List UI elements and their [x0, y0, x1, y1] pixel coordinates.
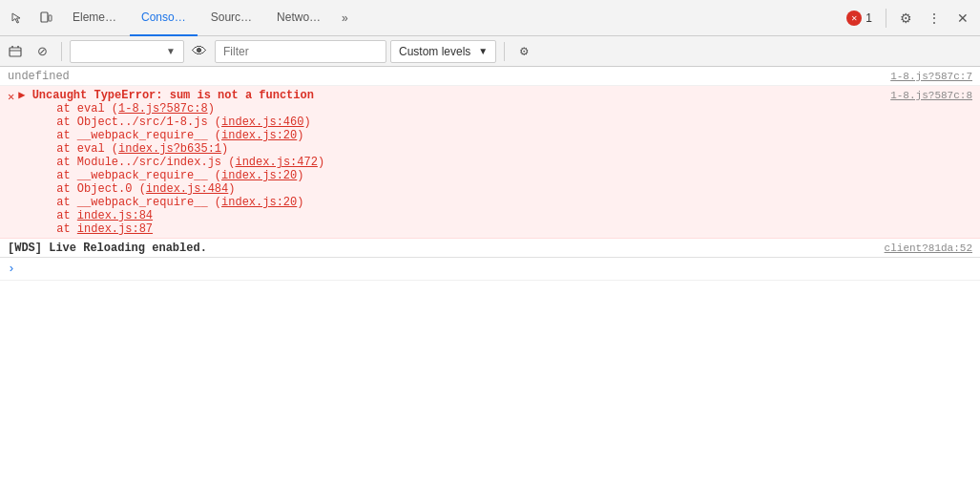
stack-line-0: at eval (1-8.js?587c:8) [56, 102, 875, 116]
console-output: undefined 1-8.js?587c:7 ✕ ▶ Uncaught Typ… [0, 67, 980, 485]
context-selector[interactable]: ▼ [70, 40, 184, 63]
stack-link-8[interactable]: index.js:84 [77, 209, 153, 222]
error-content: ▶ Uncaught TypeError: sum is not a funct… [18, 88, 875, 236]
cursor-icon[interactable] [4, 5, 31, 32]
stack-line-7: at __webpack_require__ (index.js:20) [56, 196, 875, 209]
error-stack: at eval (1-8.js?587c:8) at Object../src/… [18, 102, 875, 236]
error-count: 1 [865, 11, 872, 25]
console-prompt-row[interactable]: › [0, 258, 980, 281]
console-settings-button[interactable]: ⚙ [512, 40, 535, 63]
tab-console[interactable]: Conso… [130, 0, 198, 36]
dropdown-arrow-icon: ▼ [166, 46, 176, 56]
block-icon-button[interactable]: ⊘ [31, 40, 53, 63]
wds-link[interactable]: client?81da:52 [869, 241, 972, 254]
svg-rect-1 [49, 15, 52, 21]
error-row-left: ✕ ▶ Uncaught TypeError: sum is not a fun… [8, 88, 875, 236]
error-circle-icon: ✕ [846, 11, 862, 26]
more-options-button[interactable]: ⋮ [921, 5, 948, 32]
close-button[interactable]: ✕ [949, 5, 976, 32]
tab-sources[interactable]: Sourc… [199, 0, 263, 36]
more-tabs-button[interactable]: » [334, 0, 356, 36]
prompt-arrow-icon: › [8, 262, 15, 276]
stack-link-0[interactable]: 1-8.js?587c:8 [118, 102, 208, 116]
stack-line-4: at Module../src/index.js (index.js:472) [56, 156, 875, 169]
console-row-error: ✕ ▶ Uncaught TypeError: sum is not a fun… [0, 86, 980, 239]
stack-line-8: at index.js:84 [56, 209, 875, 222]
stack-link-6[interactable]: index.js:484 [146, 182, 228, 196]
error-badge[interactable]: ✕ 1 [839, 11, 880, 26]
error-source-link[interactable]: 1-8.js?587c:8 [875, 88, 972, 101]
custom-levels-label: Custom levels [399, 45, 470, 58]
console-row-wds: [WDS] Live Reloading enabled. client?81d… [0, 239, 980, 258]
divider [886, 9, 886, 28]
error-x-icon: ✕ [8, 90, 14, 104]
stack-line-9: at index.js:87 [56, 222, 875, 236]
tab-network[interactable]: Netwo… [265, 0, 332, 36]
undefined-text: undefined [8, 70, 70, 83]
stack-line-2: at __webpack_require__ (index.js:20) [56, 129, 875, 142]
eye-icon-button[interactable]: 👁 [188, 40, 211, 63]
stack-link-1[interactable]: index.js:460 [221, 116, 303, 129]
svg-rect-2 [10, 48, 21, 56]
stack-link-7[interactable]: index.js:20 [221, 196, 297, 209]
stack-link-5[interactable]: index.js:20 [221, 169, 297, 182]
stack-line-1: at Object../src/1-8.js (index.js:460) [56, 116, 875, 129]
stack-line-6: at Object.0 (index.js:484) [56, 182, 875, 196]
device-icon[interactable] [32, 5, 59, 32]
wds-text: [WDS] Live Reloading enabled. [8, 242, 207, 255]
stack-line-5: at __webpack_require__ (index.js:20) [56, 169, 875, 182]
error-main-text: ▶ Uncaught TypeError: sum is not a funct… [18, 89, 314, 102]
stack-link-2[interactable]: index.js:20 [221, 129, 297, 142]
console-row-undefined: undefined 1-8.js?587c:7 [0, 67, 980, 86]
toolbar-divider2 [504, 42, 505, 61]
error-main-message[interactable]: ▶ Uncaught TypeError: sum is not a funct… [18, 88, 875, 102]
stack-line-3: at eval (index.js?b635:1) [56, 142, 875, 156]
console-toolbar: ⊘ ▼ 👁 Custom levels ▼ ⚙ [0, 36, 980, 67]
toolbar-divider [61, 42, 62, 61]
custom-levels-button[interactable]: Custom levels ▼ [390, 40, 496, 63]
tab-elements[interactable]: Eleme… [61, 0, 128, 36]
undefined-link[interactable]: 1-8.js?587c:7 [875, 69, 972, 82]
tabs-toolbar: Eleme… Conso… Sourc… Netwo… » ✕ 1 ⚙ ⋮ ✕ [0, 0, 980, 36]
svg-rect-0 [41, 12, 48, 22]
custom-levels-arrow-icon: ▼ [478, 46, 488, 56]
stack-link-9[interactable]: index.js:87 [77, 222, 153, 236]
clear-console-button[interactable] [4, 40, 27, 63]
settings-button[interactable]: ⚙ [892, 5, 919, 32]
filter-input[interactable] [215, 40, 386, 63]
stack-link-4[interactable]: index.js:472 [235, 156, 317, 169]
stack-link-3[interactable]: index.js?b635:1 [118, 142, 221, 156]
devtools-window: Eleme… Conso… Sourc… Netwo… » ✕ 1 ⚙ ⋮ ✕ … [0, 0, 980, 485]
